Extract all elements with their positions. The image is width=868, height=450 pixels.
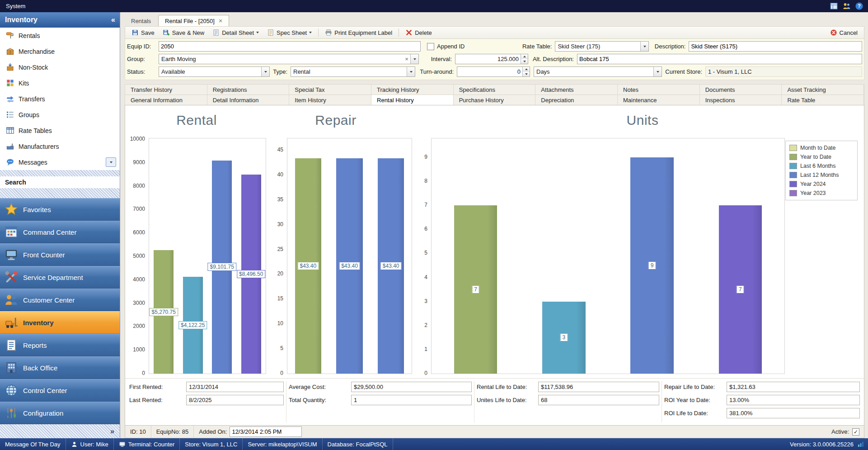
tab-rental-file[interactable]: Rental File - [2050] ×	[158, 15, 229, 26]
units-chart-plot: 7397	[431, 138, 785, 374]
roi-life-to-date-label: ROI Life to Date:	[664, 410, 727, 417]
dropdown-button[interactable]	[261, 67, 269, 76]
legend-label: Month to Date	[800, 145, 836, 151]
collapse-sidebar-button[interactable]: «	[111, 16, 115, 24]
form-row-3: Status: Available Type: Rental Turn-arou…	[127, 66, 862, 77]
subtab-rental-history[interactable]: Rental History	[371, 95, 454, 105]
subtab-inspections[interactable]: Inspections	[700, 95, 782, 105]
subtab-transfer-history[interactable]: Transfer History	[125, 85, 207, 95]
subtab-notes[interactable]: Notes	[618, 85, 700, 95]
nav-button-inventory[interactable]: Inventory	[0, 311, 120, 334]
active-checkbox[interactable]: ✓	[852, 428, 859, 436]
interval-spinner[interactable]: 125.000	[455, 54, 528, 64]
subtab-registrations[interactable]: Registrations	[207, 85, 290, 95]
layout-icon[interactable]	[830, 2, 838, 10]
summary-row: First Rented: 12/31/2014	[129, 381, 284, 393]
sidebar-item-messages[interactable]: Messages	[0, 154, 120, 170]
chevron-down-icon	[309, 32, 312, 33]
nav-button-favorites[interactable]: Favorites	[0, 198, 120, 221]
dropdown-button[interactable]	[640, 42, 648, 51]
subtab-item-history[interactable]: Item History	[289, 95, 371, 105]
dropdown-button[interactable]	[407, 67, 415, 76]
message-of-the-day[interactable]: Message Of The Day	[0, 438, 66, 450]
nav-button-control-center[interactable]: Control Center	[0, 379, 120, 402]
type-combo[interactable]: Rental	[291, 66, 415, 77]
close-tab-icon[interactable]: ×	[219, 18, 222, 24]
dropdown-button[interactable]	[410, 54, 418, 64]
added-on-input[interactable]	[230, 426, 302, 437]
bar-value-label: $4,122.25	[178, 321, 207, 329]
save-and-new-button[interactable]: Save & New	[159, 28, 208, 37]
subtab-tracking-history[interactable]: Tracking History	[371, 85, 454, 95]
sidebar-item-rate-tables[interactable]: Rate Tables	[0, 123, 120, 138]
sidebar-item-rentals[interactable]: Rentals	[0, 28, 120, 43]
subtab-detail-information[interactable]: Detail Information	[207, 95, 290, 105]
y-axis-tick-label: 3000	[125, 299, 145, 307]
subtab-asset-tracking[interactable]: Asset Tracking	[782, 85, 864, 95]
detail-sheet-button[interactable]: Detail Sheet	[209, 28, 263, 37]
status-database-text: Database: FocalPtSQL	[328, 441, 388, 448]
search-section-header[interactable]: Search	[0, 176, 120, 188]
nav-button-configuration[interactable]: Configuration	[0, 402, 120, 424]
tab-rentals[interactable]: Rentals	[125, 16, 157, 26]
turn-around-spinner[interactable]: 0	[457, 66, 530, 77]
group-combo[interactable]: Earth Moving ×	[159, 54, 419, 64]
subtab-rate-table[interactable]: Rate Table	[782, 95, 864, 105]
system-menu[interactable]: System	[0, 0, 31, 12]
nav-button-front-counter[interactable]: Front Counter	[0, 243, 120, 266]
subtab-attachments[interactable]: Attachments	[535, 85, 618, 95]
subtab-documents[interactable]: Documents	[700, 85, 782, 95]
equip-id-input[interactable]	[159, 41, 421, 52]
y-axis-tick-label: 0	[406, 369, 427, 377]
subtab-purchase-history[interactable]: Purchase History	[454, 95, 536, 105]
session-icon[interactable]	[842, 2, 851, 10]
cancel-button[interactable]: Cancel	[826, 28, 861, 37]
nav-button-back-office[interactable]: Back Office	[0, 356, 120, 379]
sidebar-item-non-stock[interactable]: Non-Stock	[0, 59, 120, 75]
spinner-buttons[interactable]	[522, 67, 530, 76]
spin-down-icon[interactable]	[523, 72, 530, 77]
subtab-specifications[interactable]: Specifications	[454, 85, 536, 95]
rate-table-combo[interactable]: Skid Steer (175)	[555, 41, 649, 52]
subtab-maintenance[interactable]: Maintenance	[618, 95, 700, 105]
configuration-icon	[5, 406, 18, 420]
help-icon[interactable]: ?	[855, 2, 863, 10]
save-button[interactable]: Save	[128, 28, 158, 37]
clear-group-icon[interactable]: ×	[403, 54, 410, 64]
sidebar-item-manufacturers[interactable]: Manufacturers	[0, 138, 120, 154]
nav-button-customer-center[interactable]: Customer Center	[0, 289, 120, 311]
subtab-special-tax[interactable]: Special Tax	[289, 85, 371, 95]
description-input[interactable]	[689, 41, 862, 52]
sidebar-item-label: Rentals	[19, 32, 40, 39]
turn-around-unit-combo[interactable]: Days	[534, 66, 662, 77]
form-row-2: Group: Earth Moving × Interval: 125.000 …	[127, 53, 862, 65]
print-equipment-label-button[interactable]: Print Equipment Label	[321, 28, 396, 37]
subtab-depreciation[interactable]: Depreciation	[535, 95, 618, 105]
sidebar-item-groups[interactable]: Groups	[0, 107, 120, 123]
sidebar-item-merchandise[interactable]: Merchandise	[0, 43, 120, 59]
y-axis-tick-label: 40	[259, 171, 283, 178]
expand-options-button[interactable]: »	[110, 427, 114, 436]
nav-button-command-center[interactable]: Command Center	[0, 221, 120, 243]
chevron-down-icon	[657, 71, 659, 73]
spinner-buttons[interactable]	[521, 54, 528, 64]
sidebar-splitter[interactable]	[0, 170, 120, 176]
dropdown-button[interactable]	[653, 67, 662, 76]
append-id-checkbox[interactable]	[427, 43, 434, 50]
status-combo[interactable]: Available	[159, 66, 270, 77]
sidebar-item-transfers[interactable]: Transfers	[0, 91, 120, 107]
sidebar-splitter[interactable]	[0, 188, 120, 198]
spin-down-icon[interactable]	[521, 59, 528, 64]
sidebar-item-kits[interactable]: Kits	[0, 75, 120, 91]
alt-description-input[interactable]	[577, 54, 862, 64]
subtab-general-information[interactable]: General Information	[125, 95, 207, 105]
spec-sheet-button[interactable]: Spec Sheet	[263, 28, 315, 37]
messages-dropdown-button[interactable]	[106, 157, 116, 167]
nav-button-reports[interactable]: Reports	[0, 334, 120, 356]
spin-up-icon[interactable]	[523, 67, 530, 72]
delete-button[interactable]: Delete	[402, 28, 436, 37]
nav-button-service-department[interactable]: Service Department	[0, 266, 120, 289]
status-version-text: Version: 3.0.0006.25226	[790, 441, 854, 448]
spin-up-icon[interactable]	[521, 54, 528, 59]
sidebar-item-label: Rate Tables	[19, 127, 52, 134]
